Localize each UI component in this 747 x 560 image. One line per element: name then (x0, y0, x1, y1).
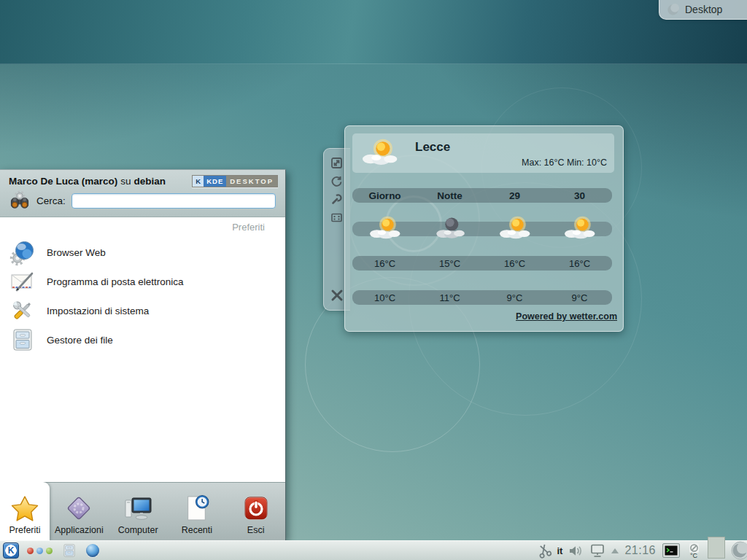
wetter-credit-link[interactable]: Powered by wetter.com (516, 311, 617, 322)
mail-pen-icon (10, 269, 35, 294)
list-item-browser-web[interactable]: Browser Web (0, 238, 285, 267)
not-available-icon (689, 543, 699, 553)
system-tray: it 21:16 °C (537, 540, 747, 560)
tab-preferiti[interactable]: Preferiti (0, 482, 50, 540)
forecast-column-headers: Giorno Notte 29 30 (352, 188, 612, 203)
close-icon[interactable] (329, 287, 342, 300)
tab-label: Computer (118, 525, 158, 535)
list-item-label: Programma di posta elettronica (47, 276, 184, 287)
tab-applicazioni[interactable]: Applicazioni (50, 483, 109, 540)
list-item-file-manager[interactable]: Gestore dei file (0, 325, 285, 354)
tray-expander-icon[interactable] (611, 548, 619, 553)
tab-recenti[interactable]: Recenti (168, 483, 227, 540)
day-temp: 16°C (547, 258, 612, 269)
clipboard-scissors-icon[interactable] (537, 543, 551, 558)
night-temp: 11°C (417, 292, 482, 303)
moon-cloud-icon (433, 216, 467, 241)
night-temp: 9°C (547, 292, 612, 303)
weather-tray-icon[interactable]: °C (686, 543, 702, 559)
tab-label: Recenti (182, 525, 212, 535)
wallpaper-top-band (0, 0, 747, 64)
list-item-system-settings[interactable]: Impostazioni di sistema (0, 296, 285, 325)
power-icon (243, 495, 269, 521)
col-header: Notte (417, 190, 482, 201)
blue-dot-icon[interactable] (36, 548, 43, 554)
tab-computer[interactable]: Computer (109, 483, 168, 540)
kde-diamond-icon (66, 495, 92, 521)
resize-icon[interactable] (330, 157, 344, 170)
title-connector: su (120, 176, 131, 187)
day-temp: 15°C (417, 258, 482, 269)
digital-clock[interactable]: 21:16 (624, 544, 656, 557)
green-dot-icon[interactable] (46, 548, 53, 554)
panel-toolbox-cashew[interactable] (729, 541, 747, 560)
host-name: debian (134, 176, 166, 187)
sun-cloud-icon (563, 216, 597, 241)
plasma-cashew-icon (667, 4, 679, 16)
plasma-cashew-icon (729, 541, 747, 560)
kickoff-header: Marco De Luca (marco) su debian K KDE DE… (0, 170, 285, 217)
weather-tray-unit: °C (690, 553, 697, 559)
star-icon (11, 495, 39, 521)
night-temperatures-row: 10°C 11°C 9°C 9°C (352, 290, 612, 305)
keyboard-layout-indicator[interactable]: it (557, 545, 563, 556)
volume-icon[interactable] (568, 545, 584, 557)
list-item-label: Gestore dei file (47, 335, 113, 346)
day-temp: 16°C (482, 258, 547, 269)
search-label: Cerca: (36, 195, 66, 206)
file-cabinet-icon (62, 543, 77, 558)
weather-city: Lecce (415, 140, 450, 155)
desktop-toolbox[interactable]: Desktop (659, 0, 747, 20)
sun-cloud-icon (498, 216, 532, 241)
maximize-icon[interactable] (330, 211, 344, 225)
configure-wrench-icon[interactable] (330, 193, 344, 206)
desktop-toolbox-label: Desktop (685, 4, 722, 15)
bottom-panel: K it (0, 540, 747, 560)
network-monitor-icon[interactable] (589, 544, 605, 558)
terminal-window-icon[interactable] (662, 543, 680, 558)
col-header: Giorno (352, 190, 417, 201)
crossed-tools-icon (10, 298, 35, 323)
sun-cloud-icon (361, 138, 399, 167)
kickoff-launcher: Marco De Luca (marco) su debian K KDE DE… (0, 169, 286, 540)
weather-widget: Lecce Max: 16°C Min: 10°C Giorno Notte 2… (344, 125, 624, 332)
file-manager-launcher[interactable] (62, 543, 77, 558)
red-dot-icon[interactable] (27, 548, 34, 554)
col-header: 29 (482, 190, 547, 201)
user-name: Marco De Luca (marco) (9, 176, 117, 187)
tab-label: Applicazioni (55, 525, 104, 535)
day-temperatures-row: 16°C 15°C 16°C 16°C (352, 256, 612, 271)
globe-gear-icon (10, 240, 35, 265)
rotate-icon[interactable] (330, 175, 344, 188)
forecast-icons-row (352, 222, 612, 236)
weather-max-min: Max: 16°C Min: 10°C (522, 158, 607, 168)
tab-esci[interactable]: Esci (226, 483, 285, 540)
panel-mini-widget[interactable] (708, 537, 725, 559)
kickoff-title: Marco De Luca (marco) su debian K KDE DE… (9, 175, 278, 187)
file-cabinet-icon (10, 327, 35, 352)
search-input[interactable] (71, 193, 276, 209)
kde-menu-button[interactable]: K (3, 542, 19, 559)
kde-logo-mini: K (193, 176, 204, 187)
list-item-label: Browser Web (47, 247, 106, 258)
activity-dots (27, 548, 53, 554)
section-breadcrumb: Preferiti (0, 222, 285, 238)
computer-icon (123, 496, 152, 521)
kde-logo-k: K (4, 543, 18, 558)
tab-label: Preferiti (9, 525, 40, 535)
badge-kde-label: KDE (204, 176, 226, 187)
col-header: 30 (547, 190, 612, 201)
tab-label: Esci (247, 525, 265, 535)
web-browser-launcher[interactable] (86, 544, 99, 557)
badge-desktop-label: DESKTOP (226, 176, 277, 187)
globe-icon (86, 544, 99, 557)
search-binoculars-icon (9, 191, 31, 211)
list-item-email-program[interactable]: Programma di posta elettronica (0, 267, 285, 296)
sun-cloud-icon (368, 216, 402, 241)
night-temp: 10°C (352, 292, 417, 303)
night-temp: 9°C (482, 292, 547, 303)
list-item-label: Impostazioni di sistema (47, 306, 149, 316)
kde-desktop-badge: K KDE DESKTOP (192, 175, 278, 187)
kickoff-tab-bar: Preferiti Applicazioni (0, 482, 285, 540)
weather-header: Lecce Max: 16°C Min: 10°C (352, 133, 614, 173)
